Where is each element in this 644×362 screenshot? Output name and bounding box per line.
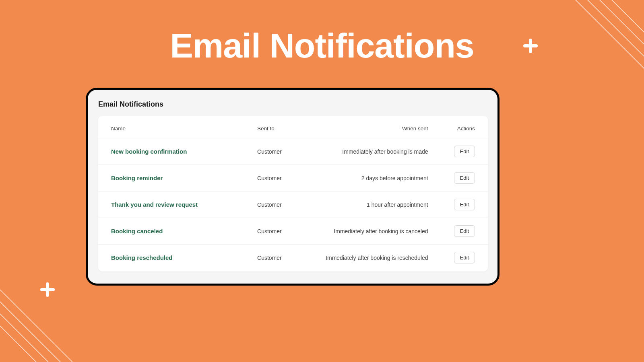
svg-line-6 [0,314,48,362]
table-row: Booking canceled Customer Immediately af… [98,218,488,245]
panel-heading: Email Notifications [98,100,491,109]
diagonal-lines-bottom-left [0,265,97,362]
notifications-card: Name Sent to When sent Actions New booki… [98,116,488,272]
edit-button[interactable]: Edit [454,146,475,157]
notification-sent-to: Customer [244,245,303,271]
notification-sent-to: Customer [244,191,303,218]
col-header-sent-to: Sent to [244,118,303,138]
edit-button[interactable]: Edit [454,225,475,237]
table-header-row: Name Sent to When sent Actions [98,118,488,138]
notification-name-link[interactable]: New booking confirmation [111,148,187,155]
edit-button[interactable]: Edit [454,172,475,184]
svg-line-7 [0,326,36,362]
notification-when-sent: Immediately after booking is canceled [303,218,441,245]
hero-title: Email Notifications [0,26,644,66]
notification-name-link[interactable]: Booking canceled [111,228,163,234]
table-row: Thank you and review request Customer 1 … [98,191,488,218]
notification-when-sent: Immediately after booking is made [303,138,441,165]
notification-when-sent: 2 days before appointment [303,165,441,191]
col-header-name: Name [98,118,244,138]
notification-sent-to: Customer [244,165,303,191]
table-row: Booking reminder Customer 2 days before … [98,165,488,191]
svg-line-4 [0,290,72,362]
col-header-when-sent: When sent [303,118,441,138]
notifications-table: Name Sent to When sent Actions New booki… [98,118,488,271]
notification-when-sent: Immediately after booking is rescheduled [303,245,441,271]
svg-line-5 [0,302,60,362]
table-row: Booking rescheduled Customer Immediately… [98,245,488,271]
notification-sent-to: Customer [244,138,303,165]
table-row: New booking confirmation Customer Immedi… [98,138,488,165]
col-header-actions: Actions [441,118,488,138]
notification-sent-to: Customer [244,218,303,245]
settings-panel: Email Notifications Name Sent to When se… [86,88,500,286]
notification-name-link[interactable]: Booking reminder [111,175,163,181]
edit-button[interactable]: Edit [454,252,475,263]
notification-name-link[interactable]: Booking rescheduled [111,254,173,261]
notification-when-sent: 1 hour after appointment [303,191,441,218]
edit-button[interactable]: Edit [454,199,475,210]
plus-icon [40,282,55,298]
notification-name-link[interactable]: Thank you and review request [111,201,198,208]
